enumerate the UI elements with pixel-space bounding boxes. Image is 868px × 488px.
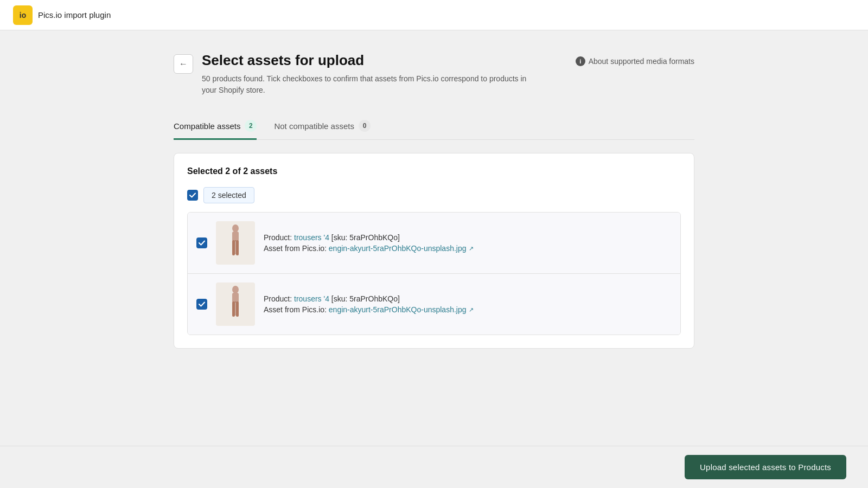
asset-product-2: Product: trousers '4 [sku: 5raPrOhbKQo] xyxy=(264,294,672,303)
main-content: ← Select assets for upload 50 products f… xyxy=(163,30,705,392)
about-link-label: About supported media formats xyxy=(589,57,694,66)
tab-not-compatible-label: Not compatible assets xyxy=(274,121,354,131)
tab-compatible[interactable]: Compatible assets 2 xyxy=(174,113,257,140)
svg-point-5 xyxy=(232,286,239,293)
svg-rect-6 xyxy=(232,293,239,303)
asset-file-label-2: Asset from Pics.io: xyxy=(264,305,327,314)
asset-file-link-1[interactable]: engin-akyurt-5raPrOhbKQo-unsplash.jpg ↗ xyxy=(329,244,474,253)
asset-list: Product: trousers '4 [sku: 5raPrOhbKQo] … xyxy=(187,212,681,335)
table-row: Product: trousers '4 [sku: 5raPrOhbKQo] … xyxy=(188,274,680,335)
product-name-1[interactable]: trousers '4 xyxy=(294,233,329,242)
asset-file-row-1: Asset from Pics.io: engin-akyurt-5raPrOh… xyxy=(264,244,672,253)
product-name-2[interactable]: trousers '4 xyxy=(294,294,329,303)
app-title: Pics.io import plugin xyxy=(38,10,111,20)
tab-compatible-label: Compatible assets xyxy=(174,121,240,131)
tab-not-compatible-badge: 0 xyxy=(359,120,371,132)
tabs: Compatible assets 2 Not compatible asset… xyxy=(174,113,694,140)
logo: io Pics.io import plugin xyxy=(13,5,111,25)
asset-thumbnail-1 xyxy=(216,221,255,265)
svg-rect-7 xyxy=(232,301,235,317)
select-all-label: 2 selected xyxy=(203,187,254,203)
svg-rect-3 xyxy=(236,240,239,255)
page-title: Select assets for upload xyxy=(202,52,527,69)
assets-card: Selected 2 of 2 assets 2 selected xyxy=(174,153,694,349)
logo-icon: io xyxy=(13,5,33,25)
app-header: io Pics.io import plugin xyxy=(0,0,868,30)
asset-info-2: Product: trousers '4 [sku: 5raPrOhbKQo] … xyxy=(264,294,672,314)
product-sku-1: [sku: 5raPrOhbKQo] xyxy=(331,233,400,242)
upload-button[interactable]: Upload selected assets to Products xyxy=(685,455,846,479)
footer: Upload selected assets to Products xyxy=(0,446,868,488)
asset-file-label-1: Asset from Pics.io: xyxy=(264,244,327,253)
product-label-1: Product: xyxy=(264,233,292,242)
back-button[interactable]: ← xyxy=(174,54,193,74)
table-row: Product: trousers '4 [sku: 5raPrOhbKQo] … xyxy=(188,213,680,274)
asset-checkbox-2[interactable] xyxy=(196,299,207,310)
card-header: Selected 2 of 2 assets xyxy=(187,166,681,176)
product-label-2: Product: xyxy=(264,294,292,303)
asset-info-1: Product: trousers '4 [sku: 5raPrOhbKQo] … xyxy=(264,233,672,253)
svg-rect-8 xyxy=(236,301,239,317)
page-header: ← Select assets for upload 50 products f… xyxy=(174,52,694,96)
asset-file-row-2: Asset from Pics.io: engin-akyurt-5raPrOh… xyxy=(264,305,672,314)
page-header-left: ← Select assets for upload 50 products f… xyxy=(174,52,527,96)
svg-rect-2 xyxy=(232,240,235,255)
page-title-block: Select assets for upload 50 products fou… xyxy=(202,52,527,96)
about-link[interactable]: i About supported media formats xyxy=(576,56,694,66)
product-sku-2: [sku: 5raPrOhbKQo] xyxy=(331,294,400,303)
external-link-icon-1: ↗ xyxy=(469,245,474,252)
tab-compatible-badge: 2 xyxy=(245,120,257,132)
asset-thumbnail-2 xyxy=(216,282,255,326)
asset-file-link-2[interactable]: engin-akyurt-5raPrOhbKQo-unsplash.jpg ↗ xyxy=(329,305,474,314)
asset-checkbox-1[interactable] xyxy=(196,237,207,248)
external-link-icon-2: ↗ xyxy=(469,306,474,313)
select-all-row: 2 selected xyxy=(187,187,681,203)
asset-product-1: Product: trousers '4 [sku: 5raPrOhbKQo] xyxy=(264,233,672,242)
page-subtitle: 50 products found. Tick checkboxes to co… xyxy=(202,73,527,96)
svg-rect-1 xyxy=(232,232,239,241)
svg-point-0 xyxy=(232,224,239,232)
tab-not-compatible[interactable]: Not compatible assets 0 xyxy=(274,113,371,140)
select-all-checkbox[interactable] xyxy=(187,190,198,201)
info-icon: i xyxy=(576,56,585,66)
